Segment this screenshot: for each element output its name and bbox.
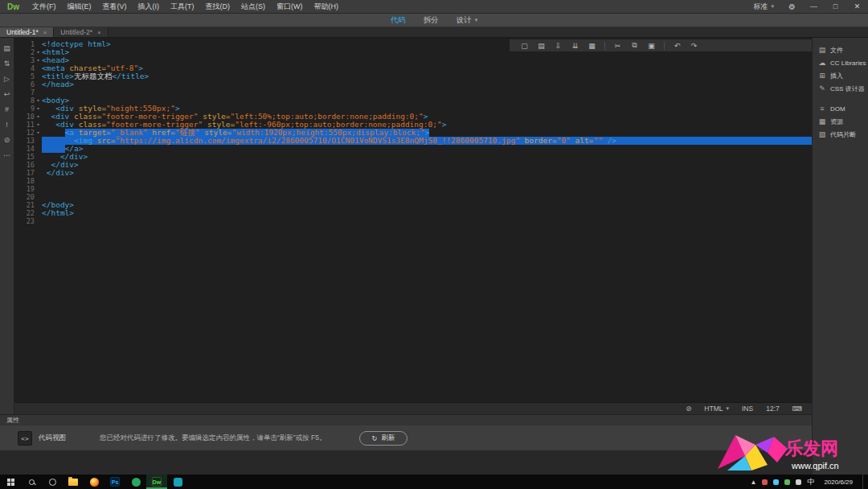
print-code-icon[interactable]: ▦	[583, 42, 600, 50]
taskbar-search-button[interactable]	[21, 475, 42, 489]
menu-item-insert[interactable]: 插入(I)	[133, 0, 166, 13]
fold-arrow-icon[interactable]: ▾	[35, 121, 42, 129]
view-tab-design[interactable]: 设计▾	[448, 14, 487, 27]
save-icon[interactable]: ⇩	[550, 42, 567, 50]
code-view-icon: <>	[18, 431, 32, 446]
line-number: 19	[27, 185, 35, 193]
panel-tab-assets[interactable]: ▦资源	[813, 115, 868, 128]
redo-icon[interactable]: ↷	[686, 42, 702, 50]
line-number: 7	[31, 88, 35, 97]
view-tab-code[interactable]: 代码	[382, 14, 415, 27]
show-desktop-button[interactable]	[862, 475, 866, 489]
taskbar-photoshop-button[interactable]: Ps	[104, 475, 125, 489]
menu-item-view[interactable]: 查看(V)	[97, 0, 133, 13]
taskbar-dreamweaver-button[interactable]: Dw	[146, 475, 167, 489]
fold-arrow-icon[interactable]: ▾	[35, 105, 42, 113]
taskbar-cortana-button[interactable]	[42, 475, 63, 489]
file-management-icon[interactable]: ⇅	[2, 60, 13, 68]
panel-tab-snippets[interactable]: ▧代码片断	[813, 128, 868, 141]
open-documents-icon[interactable]: ▤	[2, 45, 13, 52]
line-numbers-icon[interactable]: #	[2, 106, 13, 113]
code-line-text[interactable]: </body>	[42, 201, 812, 209]
undo-icon[interactable]: ↶	[669, 42, 686, 50]
tray-expand-icon[interactable]: ▲	[750, 479, 756, 486]
live-code-icon[interactable]: ▷	[2, 76, 13, 83]
tray-app-red-icon[interactable]	[762, 479, 768, 485]
code-line-text[interactable]	[42, 217, 812, 225]
menu-item-file[interactable]: 文件(F)	[27, 0, 62, 13]
copy-icon[interactable]: ⧉	[626, 41, 643, 50]
code-line-text[interactable]: </html>	[42, 209, 812, 217]
more-options-icon[interactable]: ⋯	[2, 152, 13, 159]
close-tab-icon[interactable]: ×	[97, 29, 101, 36]
code-line-text[interactable]	[42, 88, 812, 97]
panel-tab-css-designer[interactable]: ✎CSS 设计器	[813, 82, 868, 95]
code-line-text[interactable]	[42, 193, 812, 201]
green-app-icon	[132, 478, 141, 487]
paste-icon[interactable]: ▣	[643, 42, 660, 50]
doc-type-indicator[interactable]: HTML ▾	[704, 405, 729, 413]
tray-app-blue-icon[interactable]	[773, 479, 779, 485]
new-file-icon[interactable]: ▢	[516, 42, 533, 50]
taskbar-green-app-button[interactable]	[125, 475, 146, 489]
refresh-button[interactable]: ↻ 刷新	[359, 431, 407, 446]
code-line-text[interactable]: </div>	[42, 161, 812, 169]
word-wrap-icon[interactable]: ↩	[2, 91, 13, 98]
cut-icon[interactable]: ✂	[609, 42, 626, 50]
panel-tab-cc-libraries[interactable]: ☁CC Libraries	[813, 56, 868, 69]
maximize-button[interactable]: □	[825, 0, 846, 13]
code-line: 15 </div>	[14, 153, 812, 161]
doc-tab-1[interactable]: Untitled-1*×	[0, 27, 54, 37]
syntax-error-alerts-icon[interactable]: ⊘	[2, 137, 13, 144]
code-line-text[interactable]	[42, 185, 812, 193]
taskbar-firefox-button[interactable]	[84, 475, 104, 489]
panel-tab-insert[interactable]: ⊞插入	[813, 69, 868, 82]
panel-tab-dom[interactable]: ≡DOM	[813, 102, 868, 115]
tray-app-white-icon[interactable]	[796, 479, 801, 485]
code-lines: 1<!doctype html>2▾<html>3▾<head>4<meta c…	[14, 40, 812, 225]
properties-header[interactable]: 属性	[0, 415, 812, 425]
fold-arrow-icon[interactable]: ▾	[35, 48, 42, 56]
code-line-text[interactable]: </head>	[42, 80, 812, 88]
code-editor[interactable]: 1<!doctype html>2▾<html>3▾<head>4<meta c…	[14, 38, 812, 402]
code-line-text[interactable]: <title>无标题文档</title>	[42, 72, 812, 80]
code-line-text[interactable]: </div>	[42, 169, 812, 177]
workspace-switcher[interactable]: 标准 ▾	[747, 2, 782, 12]
open-file-icon[interactable]: ▤	[533, 42, 550, 50]
fold-arrow-icon[interactable]: ▾	[35, 129, 42, 137]
code-line-text[interactable]: </a>	[42, 145, 812, 153]
fold-arrow-icon[interactable]: ▾	[35, 113, 42, 121]
close-tab-icon[interactable]: ×	[43, 29, 47, 36]
code-line-text[interactable]: <meta charset="utf-8">	[42, 64, 812, 72]
taskbar-chat-app-button[interactable]	[167, 475, 188, 489]
clock-date[interactable]: 2020/6/29	[820, 479, 857, 486]
code-line-text[interactable]: </div>	[42, 153, 812, 161]
highlight-invalid-code-icon[interactable]: !	[2, 121, 13, 129]
fold-arrow-icon[interactable]: ▾	[35, 56, 42, 64]
taskbar-start-button[interactable]	[0, 475, 21, 489]
minimize-button[interactable]: —	[803, 0, 825, 13]
menu-item-site[interactable]: 站点(S)	[235, 0, 271, 13]
panel-tab-files[interactable]: ▤文件	[813, 43, 868, 56]
ime-indicator[interactable]: 中	[807, 477, 814, 487]
code-line-text[interactable]	[42, 177, 812, 185]
line-number: 23	[27, 217, 35, 225]
doc-type-label: HTML	[704, 405, 723, 413]
doc-tab-2[interactable]: Untitled-2*×	[54, 27, 108, 37]
fold-arrow-icon[interactable]: ▾	[35, 97, 42, 105]
taskbar-explorer-button[interactable]	[63, 475, 84, 489]
save-all-icon[interactable]: ⇊	[567, 42, 583, 50]
view-tab-split[interactable]: 拆分	[415, 14, 448, 27]
menu-item-help[interactable]: 帮助(H)	[309, 0, 345, 13]
close-button[interactable]: ✕	[846, 0, 868, 13]
dom-icon: ≡	[818, 105, 826, 113]
menu-item-find[interactable]: 查找(D)	[200, 0, 236, 13]
code-line-text[interactable]: <head>	[42, 56, 812, 64]
menu-item-tools[interactable]: 工具(T)	[165, 0, 200, 13]
keyboard-icon[interactable]: ⌨	[792, 405, 802, 413]
code-line-text[interactable]: <img src="https://img.alicdn.com/imgextr…	[42, 137, 812, 145]
menu-item-window[interactable]: 窗口(W)	[271, 0, 309, 13]
menu-item-edit[interactable]: 编辑(E)	[62, 0, 97, 13]
gear-icon[interactable]: ⚙	[781, 2, 803, 11]
tray-app-green-icon[interactable]	[784, 479, 790, 485]
